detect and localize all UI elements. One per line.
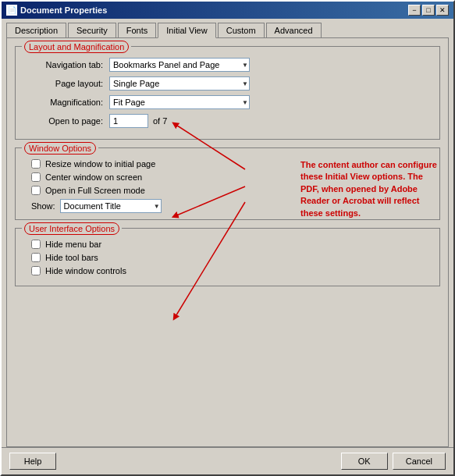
hide-menu-bar-label: Hide menu bar bbox=[45, 240, 101, 249]
center-window-label: Center window on screen bbox=[45, 172, 142, 182]
title-bar: 📄 Document Properties − □ ✕ bbox=[2, 2, 453, 19]
magnification-row: Magnification: Fit Page Actual Size Fit … bbox=[23, 95, 432, 109]
navigation-tab-label: Navigation tab: bbox=[23, 60, 109, 69]
navigation-tab-select[interactable]: Bookmarks Panel and Page Page Only Bookm… bbox=[109, 58, 250, 72]
magnification-select[interactable]: Fit Page Actual Size Fit Width Fit Heigh… bbox=[109, 95, 250, 109]
hide-window-controls-row: Hide window controls bbox=[31, 266, 432, 275]
tab-description[interactable]: Description bbox=[6, 23, 66, 38]
document-properties-window: 📄 Document Properties − □ ✕ Description … bbox=[0, 0, 455, 476]
tab-bar: Description Security Fonts Initial View … bbox=[2, 19, 453, 37]
hide-window-controls-label: Hide window controls bbox=[45, 266, 126, 275]
hide-window-controls-checkbox[interactable] bbox=[31, 266, 41, 275]
page-layout-row: Page layout: Single Page Continuous Faci… bbox=[23, 76, 432, 91]
navigation-tab-row: Navigation tab: Bookmarks Panel and Page… bbox=[23, 58, 432, 72]
minimize-button[interactable]: − bbox=[408, 5, 421, 16]
footer-left: Help bbox=[9, 453, 56, 470]
window-icon: 📄 bbox=[6, 5, 17, 16]
hide-menu-bar-checkbox[interactable] bbox=[31, 240, 41, 249]
window-options-title: Window Options bbox=[22, 142, 98, 155]
magnification-select-wrapper: Fit Page Actual Size Fit Width Fit Heigh… bbox=[109, 95, 250, 109]
show-select-wrapper: Document Title File Name bbox=[60, 199, 162, 213]
user-interface-section: User Interface Options Hide menu bar Hid… bbox=[15, 228, 440, 286]
footer: Help OK Cancel bbox=[2, 447, 453, 474]
resize-window-checkbox[interactable] bbox=[31, 159, 41, 169]
open-to-page-row: Open to page: of 7 bbox=[23, 114, 432, 128]
layout-magnification-title: Layout and Magnification bbox=[22, 41, 131, 53]
content-area: Layout and Magnification Navigation tab:… bbox=[6, 37, 449, 447]
fullscreen-label: Open in Full Screen mode bbox=[45, 186, 145, 195]
show-label: Show: bbox=[31, 201, 55, 211]
show-select[interactable]: Document Title File Name bbox=[60, 199, 162, 213]
magnification-label: Magnification: bbox=[23, 98, 109, 107]
open-to-page-label: Open to page: bbox=[23, 116, 109, 126]
hide-toolbars-checkbox[interactable] bbox=[31, 253, 41, 262]
help-button[interactable]: Help bbox=[9, 453, 56, 470]
user-interface-title: User Interface Options bbox=[22, 222, 122, 235]
tab-security[interactable]: Security bbox=[68, 23, 116, 38]
title-bar-text: 📄 Document Properties bbox=[6, 5, 107, 16]
window-title: Document Properties bbox=[20, 5, 107, 15]
tab-fonts[interactable]: Fonts bbox=[118, 23, 157, 38]
tab-initial-view[interactable]: Initial View bbox=[158, 23, 215, 38]
page-layout-label: Page layout: bbox=[23, 79, 109, 88]
hide-toolbars-label: Hide tool bars bbox=[45, 253, 98, 262]
title-buttons: − □ ✕ bbox=[408, 5, 449, 16]
maximize-button[interactable]: □ bbox=[422, 5, 435, 16]
layout-magnification-section: Layout and Magnification Navigation tab:… bbox=[15, 46, 440, 140]
hide-toolbars-row: Hide tool bars bbox=[31, 253, 432, 262]
hide-menu-bar-row: Hide menu bar bbox=[31, 240, 432, 249]
cancel-button[interactable]: Cancel bbox=[393, 453, 446, 470]
annotation-text: The content author can configure these I… bbox=[300, 160, 437, 218]
ok-button[interactable]: OK bbox=[341, 453, 388, 470]
open-to-page-input[interactable] bbox=[109, 114, 148, 128]
fullscreen-checkbox[interactable] bbox=[31, 186, 41, 195]
navigation-tab-select-wrapper: Bookmarks Panel and Page Page Only Bookm… bbox=[109, 58, 250, 72]
center-window-checkbox[interactable] bbox=[31, 172, 41, 182]
tab-custom[interactable]: Custom bbox=[218, 23, 265, 38]
tab-advanced[interactable]: Advanced bbox=[266, 23, 322, 38]
close-button[interactable]: ✕ bbox=[436, 5, 449, 16]
page-of-text: of 7 bbox=[153, 116, 167, 126]
page-layout-select-wrapper: Single Page Continuous Facing Continuous… bbox=[109, 76, 250, 91]
page-layout-select[interactable]: Single Page Continuous Facing Continuous… bbox=[109, 76, 250, 91]
annotation-box: The content author can configure these I… bbox=[300, 159, 437, 219]
resize-window-label: Resize window to initial page bbox=[45, 159, 155, 169]
footer-right: OK Cancel bbox=[341, 453, 446, 470]
